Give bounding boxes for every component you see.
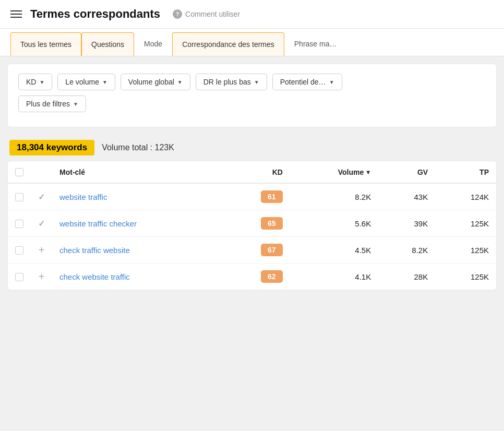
row-gv: 39K	[378, 210, 435, 237]
filter-volume-global[interactable]: Volume global ▼	[121, 74, 190, 90]
select-all-header[interactable]	[8, 161, 31, 183]
menu-button[interactable]	[10, 10, 22, 18]
row-action-cell[interactable]: +	[31, 264, 52, 290]
action-col-header	[31, 161, 52, 183]
row-tp: 124K	[435, 183, 496, 210]
kd-col-header: KD	[222, 161, 290, 183]
row-keyword: check website traffic	[52, 264, 222, 290]
keyword-link[interactable]: website traffic checker	[59, 219, 137, 228]
row-kd: 61	[222, 183, 290, 210]
keyword-link[interactable]: check website traffic	[59, 272, 130, 281]
row-volume: 4.5K	[290, 237, 378, 264]
filter-potentiel[interactable]: Potentiel de… ▼	[272, 74, 342, 90]
row-volume: 4.1K	[290, 264, 378, 290]
row-checkbox-cell	[8, 237, 31, 264]
help-label: Comment utiliser	[185, 10, 240, 18]
sort-icon: ▼	[365, 169, 371, 175]
keyword-col-header: Mot-clé	[52, 161, 222, 183]
row-checkbox[interactable]	[15, 220, 23, 228]
results-table-container: Mot-clé KD Volume ▼ GV TP	[7, 161, 497, 290]
filter-volume[interactable]: Le volume ▼	[57, 74, 115, 90]
plus-icon[interactable]: +	[39, 244, 45, 256]
help-icon: ?	[173, 9, 182, 19]
gv-col-header: GV	[378, 161, 435, 183]
tabs-bar: Tous les termes Questions Mode Correspon…	[0, 29, 504, 56]
check-icon[interactable]: ✓	[38, 193, 45, 201]
row-action-cell[interactable]: ✓	[31, 210, 52, 237]
chevron-down-icon: ▼	[329, 79, 334, 85]
row-kd: 67	[222, 237, 290, 264]
table-row: ✓ website traffic checker 65 5.6K 39K 12…	[8, 210, 496, 237]
row-gv: 43K	[378, 183, 435, 210]
row-volume: 5.6K	[290, 210, 378, 237]
row-tp: 125K	[435, 210, 496, 237]
keyword-link[interactable]: website traffic	[59, 193, 107, 201]
keywords-badge: 18,304 keywords	[9, 140, 94, 155]
row-checkbox-cell	[8, 210, 31, 237]
volume-col-header[interactable]: Volume ▼	[290, 161, 378, 183]
plus-icon[interactable]: +	[39, 271, 45, 282]
row-keyword: check traffic website	[52, 237, 222, 264]
row-checkbox[interactable]	[15, 273, 23, 281]
kd-badge: 65	[261, 217, 283, 230]
kd-badge: 61	[261, 190, 283, 203]
filter-more[interactable]: Plus de filtres ▼	[18, 95, 86, 112]
chevron-down-icon: ▼	[177, 79, 183, 85]
tab-correspondance[interactable]: Correspondance des termes	[172, 32, 284, 56]
row-checkbox-cell	[8, 264, 31, 290]
row-keyword: website traffic checker	[52, 210, 222, 237]
row-action-cell[interactable]: +	[31, 237, 52, 264]
select-all-checkbox[interactable]	[15, 168, 23, 176]
filter-kd[interactable]: KD ▼	[18, 74, 52, 90]
row-checkbox[interactable]	[15, 193, 23, 201]
filter-row-2: Plus de filtres ▼	[18, 95, 486, 112]
table-body: ✓ website traffic 61 8.2K 43K 124K ✓ web…	[8, 183, 496, 290]
kd-badge: 62	[261, 270, 283, 283]
tab-mode[interactable]: Mode	[134, 32, 172, 56]
keyword-link[interactable]: check traffic website	[59, 246, 130, 255]
row-gv: 8.2K	[378, 237, 435, 264]
row-checkbox[interactable]	[15, 246, 23, 255]
filter-section: KD ▼ Le volume ▼ Volume global ▼ DR le p…	[7, 64, 497, 127]
row-tp: 125K	[435, 237, 496, 264]
kd-badge: 67	[261, 244, 283, 256]
check-icon[interactable]: ✓	[38, 219, 45, 228]
row-checkbox-cell	[8, 183, 31, 210]
row-gv: 28K	[378, 264, 435, 290]
chevron-down-icon: ▼	[39, 79, 44, 85]
row-action-cell[interactable]: ✓	[31, 183, 52, 210]
table-row: + check website traffic 62 4.1K 28K 125K	[8, 264, 496, 290]
volume-total: Volume total : 123K	[102, 143, 174, 152]
stats-bar: 18,304 keywords Volume total : 123K	[7, 135, 497, 161]
row-volume: 8.2K	[290, 183, 378, 210]
filter-dr[interactable]: DR le plus bas ▼	[196, 74, 267, 90]
chevron-down-icon: ▼	[73, 101, 78, 107]
row-keyword: website traffic	[52, 183, 222, 210]
tab-tous-les-termes[interactable]: Tous les termes	[10, 32, 81, 56]
tp-col-header: TP	[435, 161, 496, 183]
app-header: Termes correspondants ? Comment utiliser	[0, 0, 504, 29]
results-table: Mot-clé KD Volume ▼ GV TP	[8, 161, 496, 290]
table-row: + check traffic website 67 4.5K 8.2K 125…	[8, 237, 496, 264]
tab-questions[interactable]: Questions	[81, 32, 134, 56]
row-kd: 65	[222, 210, 290, 237]
tab-phrase[interactable]: Phrase ma…	[284, 32, 347, 56]
table-row: ✓ website traffic 61 8.2K 43K 124K	[8, 183, 496, 210]
chevron-down-icon: ▼	[102, 79, 107, 85]
row-tp: 125K	[435, 264, 496, 290]
row-kd: 62	[222, 264, 290, 290]
filter-row-1: KD ▼ Le volume ▼ Volume global ▼ DR le p…	[18, 74, 486, 90]
help-link[interactable]: ? Comment utiliser	[173, 9, 240, 19]
table-header-row: Mot-clé KD Volume ▼ GV TP	[8, 161, 496, 183]
chevron-down-icon: ▼	[254, 79, 259, 85]
page-title: Termes correspondants	[30, 7, 160, 21]
